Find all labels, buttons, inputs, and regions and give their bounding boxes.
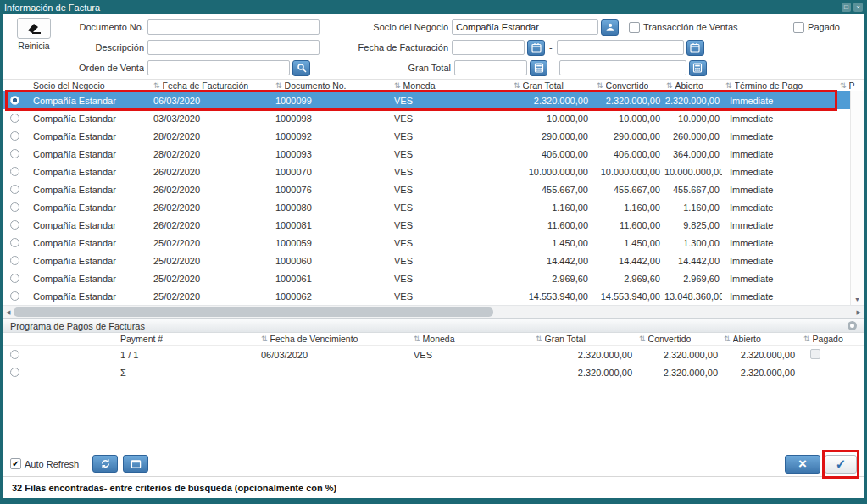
close-icon[interactable]: × [853, 3, 863, 12]
calendar-to-button[interactable] [686, 40, 704, 56]
gran-total-to-input[interactable] [559, 60, 686, 75]
range-separator: - [552, 63, 555, 73]
cell-abierto: 364.000,00 [664, 149, 722, 159]
column-header-convertido[interactable]: ⇅Convertido [595, 80, 664, 91]
collapse-icon[interactable] [848, 321, 857, 330]
row-radio[interactable] [10, 185, 19, 194]
row-radio[interactable] [10, 167, 19, 176]
calendar-from-button[interactable] [527, 40, 545, 56]
invoice-row[interactable]: Compañía Estandar 26/02/2020 1000081 VES… [3, 216, 850, 234]
bpartner-icon [605, 22, 615, 32]
invoice-row[interactable]: Compañía Estandar 25/02/2020 1000059 VES… [3, 234, 850, 252]
row-radio[interactable] [10, 220, 19, 230]
cell-documento: 1000061 [268, 274, 386, 284]
window-zoom-icon [131, 458, 142, 469]
invoice-row[interactable]: Compañía Estandar 26/02/2020 1000070 VES… [3, 163, 850, 180]
auto-refresh-checkbox[interactable]: ✔ [10, 458, 21, 469]
invoice-row[interactable]: Compañía Estandar 28/02/2020 1000093 VES… [3, 145, 850, 163]
column-header-payment[interactable]: Payment # [25, 334, 254, 344]
invoice-row-selected[interactable]: Compañía Estandar 06/03/2020 1000099 VES… [3, 91, 850, 109]
sales-transaction-checkbox[interactable] [629, 22, 640, 33]
cell-socio: Compañía Estandar [25, 238, 146, 248]
horizontal-scrollbar[interactable]: ◀ ▶ [3, 305, 864, 318]
column-header-vencimiento[interactable]: ⇅Fecha de Vencimiento [254, 334, 407, 344]
documento-input[interactable] [147, 19, 320, 35]
refresh-icon [100, 458, 111, 469]
column-header-abierto[interactable]: ⇅Abierto [722, 334, 798, 344]
sort-icon: ⇅ [724, 335, 731, 343]
row-radio[interactable] [10, 96, 19, 105]
refresh-button[interactable] [92, 455, 118, 473]
cell-gran-total: 2.320.000,00 [512, 96, 595, 106]
row-radio[interactable] [10, 274, 19, 283]
orden-venta-input[interactable] [147, 60, 290, 75]
cell-documento: 1000059 [268, 238, 386, 248]
row-radio[interactable] [10, 131, 19, 141]
descripcion-input[interactable] [147, 40, 320, 55]
column-header-termino[interactable]: ⇅Término de Pago [722, 80, 838, 91]
column-header-moneda[interactable]: ⇅Moneda [386, 80, 512, 91]
cell-convertido: 11.600,00 [595, 220, 664, 230]
cell-convertido: 10.000,00 [595, 114, 664, 124]
orden-lookup-button[interactable] [292, 60, 310, 76]
payment-sum-row[interactable]: Σ 2.320.000,00 2.320.000,00 2.320.000,00 [3, 363, 864, 381]
cancel-button[interactable]: × [785, 455, 820, 474]
restore-icon[interactable]: □ [842, 3, 851, 12]
invoice-row[interactable]: Compañía Estandar 28/02/2020 1000092 VES… [3, 127, 850, 145]
row-radio[interactable] [10, 202, 19, 212]
cell-documento: 1000070 [268, 167, 386, 177]
column-header-moneda[interactable]: ⇅Moneda [407, 334, 534, 344]
paid-checkbox[interactable] [793, 22, 804, 33]
vertical-scrollbar[interactable]: ▼ [850, 91, 864, 305]
fecha-from-input[interactable] [452, 40, 525, 55]
scroll-left-icon[interactable]: ◀ [6, 309, 10, 316]
cell-convertido: 406.000,00 [595, 149, 664, 159]
payment-row[interactable]: 1 / 1 06/03/2020 VES 2.320.000,00 2.320.… [3, 346, 864, 363]
ok-button[interactable]: ✓ [825, 455, 857, 474]
column-header-gran-total[interactable]: ⇅Gran Total [512, 80, 595, 91]
invoice-row[interactable]: Compañía Estandar 25/02/2020 1000062 VES… [3, 287, 850, 305]
search-form: Reinicia Documento No. Socio del Negocio… [3, 14, 864, 79]
scroll-right-icon[interactable]: ▶ [857, 309, 861, 316]
row-radio[interactable] [10, 114, 19, 123]
paid-row-checkbox[interactable] [810, 349, 820, 359]
cell-abierto: 10.000.000,00 [664, 167, 722, 177]
cell-socio: Compañía Estandar [25, 185, 146, 195]
scroll-down-icon[interactable]: ▼ [851, 296, 864, 302]
scrollbar-thumb[interactable] [14, 307, 493, 317]
cell-payment: 1 / 1 [25, 350, 254, 360]
column-header-pagado[interactable]: ⇅P [838, 80, 864, 91]
invoice-row[interactable]: Compañía Estandar 25/02/2020 1000061 VES… [3, 269, 850, 287]
descripcion-label: Descripción [54, 42, 144, 53]
fecha-to-input[interactable] [557, 40, 684, 55]
invoice-row[interactable]: Compañía Estandar 26/02/2020 1000080 VES… [3, 198, 850, 216]
column-header-socio[interactable]: Socio del Negocio [25, 80, 146, 91]
zoom-button[interactable] [123, 455, 148, 473]
row-radio[interactable] [10, 368, 19, 377]
content-spacer [3, 381, 864, 451]
gran-total-from-input[interactable] [454, 60, 527, 75]
row-radio[interactable] [10, 238, 19, 247]
row-radio[interactable] [10, 350, 19, 359]
row-radio[interactable] [10, 149, 19, 158]
column-header-fecha[interactable]: ⇅Fecha de Facturación [146, 80, 268, 91]
cell-convertido: 14.553.940,00 [595, 291, 664, 302]
calculator-to-button[interactable] [689, 60, 707, 76]
column-header-documento[interactable]: ⇅Documento No. [268, 80, 386, 91]
row-radio[interactable] [10, 256, 19, 265]
cell-termino: Immediate [722, 220, 838, 230]
invoice-row[interactable]: Compañía Estandar 03/03/2020 1000098 VES… [3, 109, 850, 127]
row-radio[interactable] [10, 291, 19, 301]
bpartner-button[interactable] [601, 19, 619, 36]
cell-gran-total: 1.160,00 [512, 202, 595, 213]
calculator-from-button[interactable] [530, 60, 547, 76]
cell-abierto: 14.442,00 [664, 256, 722, 266]
column-header-pagado[interactable]: ⇅Pagado [798, 334, 864, 344]
column-header-convertido[interactable]: ⇅Convertido [637, 334, 722, 344]
column-header-abierto[interactable]: ⇅Abierto [664, 80, 722, 91]
invoice-row[interactable]: Compañía Estandar 25/02/2020 1000060 VES… [3, 252, 850, 269]
column-header-gran-total[interactable]: ⇅Gran Total [534, 334, 637, 344]
socio-input[interactable] [452, 19, 598, 35]
reset-button[interactable]: Reinicia [14, 18, 54, 51]
invoice-row[interactable]: Compañía Estandar 26/02/2020 1000076 VES… [3, 180, 850, 198]
